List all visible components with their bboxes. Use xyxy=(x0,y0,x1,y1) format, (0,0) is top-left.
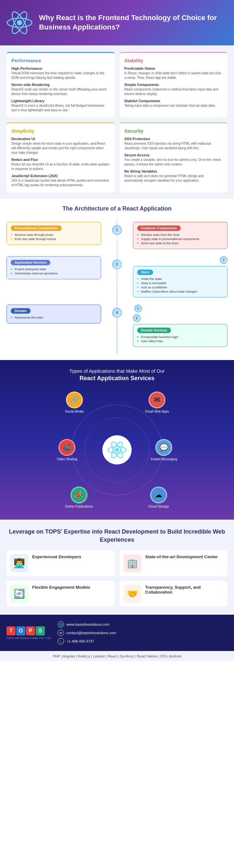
footer-logo: T O P S TOPS INFOSOLUTIONS PVT LTD xyxy=(6,626,51,640)
perf-item-3-text: ReactJS is mere a JavaScript library, no… xyxy=(11,103,110,113)
domain-label: Domain xyxy=(11,308,30,314)
architecture-title: The Architecture of a React Application xyxy=(6,205,228,212)
header: Why React is the Frontend Technology of … xyxy=(0,0,234,45)
applications-section: Types of Applications that Make Most of … xyxy=(0,360,234,520)
app-node-publications: 📣 Online Publications xyxy=(65,487,93,508)
simp-item-2-title: Redux and Flux xyxy=(11,158,110,161)
arch-row-3: Domain Represents the state 4 5 6 Dom xyxy=(6,305,228,347)
arch-num-5: 5 xyxy=(134,305,142,312)
arch-num-3: 3 xyxy=(220,256,228,264)
expertise-grid: 👨‍💻 Experienced Developers 🏢 State-of-th… xyxy=(6,551,228,607)
arch-left-3: Domain Represents the state xyxy=(6,305,104,323)
svg-point-0 xyxy=(17,20,22,25)
cloud-icon: ☁ xyxy=(150,487,167,503)
footer-contacts: 🌐 www.topsinfosolutions.com ✉ contact@to… xyxy=(57,621,228,645)
logo-o: O xyxy=(16,626,25,636)
expertise-item-1: 👨‍💻 Experienced Developers xyxy=(6,551,115,576)
domain-item-1: Represents the state xyxy=(11,316,97,319)
phone-text: +1-408-400-3737 xyxy=(67,639,94,643)
container-label: Container Components xyxy=(137,225,181,231)
cont-item-2: Supply state to presentational component… xyxy=(137,237,223,241)
expertise-item-2: 🏢 State-of-the-art Development Center xyxy=(120,551,228,576)
security-title: Security xyxy=(125,128,223,134)
ds-item-1: Encapsulate business logic xyxy=(137,335,223,339)
logo-p: P xyxy=(26,626,35,636)
transparency-icon: 🤝 xyxy=(124,585,141,603)
expertise-item-3: 🔄 Flexible Engagement Models xyxy=(6,581,115,607)
store-item-1: Holds the state xyxy=(137,277,223,281)
messaging-label: Instant Messaging xyxy=(151,457,177,461)
arch-num-1: 1 xyxy=(112,225,122,235)
footer-bottom: PHP | Angular | Node.js | Laravel | Reac… xyxy=(0,651,234,661)
store-box: Store Holds the state State is immutable… xyxy=(133,266,228,298)
appservices-box: Application Services Project (interpret)… xyxy=(6,256,101,279)
domainservices-label: Domain Services xyxy=(137,328,171,333)
social-icon: 🔗 xyxy=(66,392,83,408)
app-item-1: Project (interpret) state xyxy=(11,267,97,271)
video-label: Video Sharing xyxy=(57,457,77,461)
store-item-4: Notifies Subscribers about state changes xyxy=(137,290,223,293)
pres-item-2: Emit new state through events xyxy=(11,237,97,241)
pres-item-1: Receive state through props xyxy=(11,233,97,237)
simplicity-card: Simplicity Declarative UI Design simple … xyxy=(6,122,115,192)
stab-item-2-text: React components implement a method that… xyxy=(125,87,223,96)
ds-item-2: Side-reflect free xyxy=(137,339,223,343)
performance-title: Performance xyxy=(11,58,110,63)
arch-left-2: Application Services Project (interpret)… xyxy=(6,256,104,279)
sec-item-3-title: No String Variables xyxy=(125,169,223,173)
simplicity-title: Simplicity xyxy=(11,128,110,134)
footer-email: ✉ contact@topsinfosolutions.com xyxy=(57,629,228,636)
arch-num-4: 4 xyxy=(112,308,122,317)
appservices-label: Application Services xyxy=(11,260,50,265)
logo-s: S xyxy=(36,626,45,636)
arch-right-2: 3 Store Holds the state State is immutab… xyxy=(130,256,228,298)
engagement-title: Flexible Engagement Models xyxy=(32,585,90,590)
security-card: Security XSS Protection React prevents X… xyxy=(120,122,228,192)
react-logo xyxy=(6,10,32,36)
perf-item-2-title: Server-side Rendering xyxy=(11,83,110,87)
developers-icon: 👨‍💻 xyxy=(10,554,28,572)
website-text: www.topsinfosolutions.com xyxy=(67,622,109,626)
perf-item-1-text: Virtual DOM minimizes the time required … xyxy=(11,71,110,80)
cloud-label: Cloud Storage xyxy=(148,505,169,508)
stab-item-3-title: Stateful Components xyxy=(125,99,223,103)
presentational-box: Presentational Components Receive state … xyxy=(6,222,101,245)
developers-title: Experienced Developers xyxy=(32,554,81,559)
messaging-icon: 💬 xyxy=(155,439,172,456)
expertise-item-4: 🤝 Transparency, Support, and Collaborati… xyxy=(120,581,228,607)
architecture-diagram: Presentational Components Receive state … xyxy=(6,219,228,353)
devcenter-icon: 🏢 xyxy=(124,554,141,572)
stab-item-1-title: Predictable States xyxy=(125,66,223,70)
footer-phone: 📞 +1-408-400-3737 xyxy=(57,638,228,645)
devcenter-title: State-of-the-art Development Center xyxy=(145,554,218,559)
performance-card: Performance High Performance Virtual DOM… xyxy=(6,52,115,117)
arch-left-1: Presentational Components Receive state … xyxy=(6,222,104,245)
simp-item-3-title: JavaScript Extension (JSX) xyxy=(11,174,110,178)
apps-diagram: 🔗 Social Media ✉ Email Web Apps 📹 Video … xyxy=(55,388,179,512)
container-box: Container Components Receive state from … xyxy=(133,222,228,249)
expertise-section: Leverage on TOPS' Expertise into React D… xyxy=(0,520,234,615)
simp-item-3-text: JSX is a JavaScript syntax that allows H… xyxy=(11,178,110,187)
logo-t: T xyxy=(6,626,16,636)
stab-item-3-text: Taking input data a component can mainta… xyxy=(125,103,223,108)
app-node-video: 📹 Video Sharing xyxy=(57,439,77,461)
stability-title: Stability xyxy=(125,58,223,63)
app-node-cloud: ☁ Cloud Storage xyxy=(148,487,169,508)
publications-label: Online Publications xyxy=(65,505,93,508)
stability-card: Stability Predictable States In React, c… xyxy=(120,52,228,117)
arch-right-1: Container Components Receive state from … xyxy=(130,222,228,249)
email-icon: ✉ xyxy=(149,392,165,408)
store-item-3: Acts as a publisher xyxy=(137,285,223,289)
app-item-2: Orchestrate external operations xyxy=(11,272,97,275)
features-section: Performance High Performance Virtual DOM… xyxy=(0,45,234,199)
domain-box: Domain Represents the state xyxy=(6,305,101,323)
simp-item-1-text: Design simple views for each state in yo… xyxy=(11,142,110,155)
email-label: Email Web Apps xyxy=(145,410,169,413)
cont-item-3: Send new state to the store xyxy=(137,241,223,245)
arch-row-2: Application Services Project (interpret)… xyxy=(6,256,228,298)
simp-item-1-title: Declarative UI xyxy=(11,137,110,141)
social-label: Social Media xyxy=(65,410,83,413)
website-icon: 🌐 xyxy=(57,621,64,628)
arch-row-1: Presentational Components Receive state … xyxy=(6,222,228,249)
store-label: Store xyxy=(137,270,153,275)
